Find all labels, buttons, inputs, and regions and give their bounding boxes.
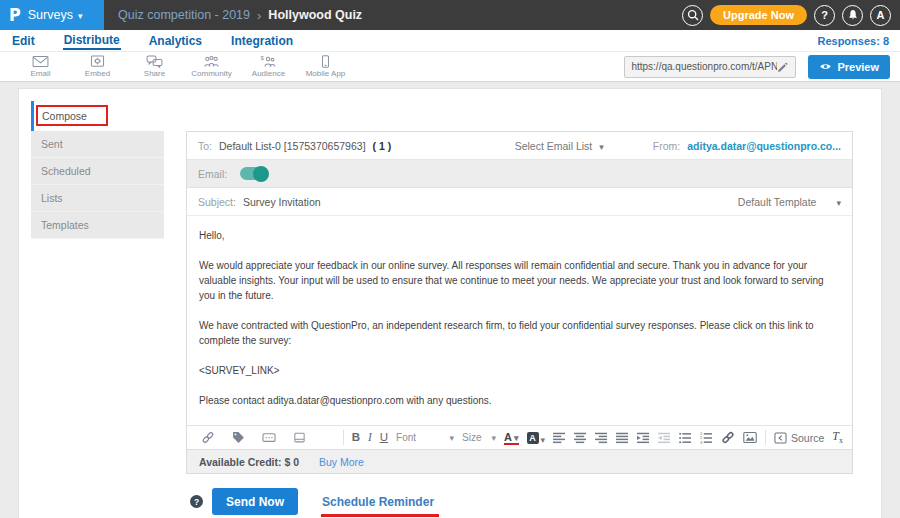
questionpro-logo-icon: P [9,5,21,25]
font-dropdown-label: Font [396,432,416,443]
remove-format-button[interactable]: Tx [832,429,843,445]
svg-text:$: $ [261,55,265,61]
remove-format-t: T [832,429,839,443]
chevron-down-icon [541,429,546,447]
subject-input[interactable]: Survey Invitation [243,196,321,208]
hyperlink-icon[interactable] [721,431,735,444]
sidebar-item-templates[interactable]: Templates [31,212,164,239]
align-justify-icon[interactable] [616,432,629,444]
template-dropdown[interactable]: Default Template [738,196,841,208]
insert-tools-group [196,431,335,444]
insert-image-icon[interactable] [743,431,757,444]
avatar[interactable]: A [870,5,891,26]
product-switcher[interactable]: Surveys [28,8,83,22]
tab-integration[interactable]: Integration [230,32,294,49]
tab-distribute[interactable]: Distribute [63,31,121,50]
notifications-button[interactable] [842,5,863,26]
from-field: From: aditya.datar@questionpro.co... [653,140,841,152]
sidebar-item-scheduled[interactable]: Scheduled [31,158,164,185]
tab-edit[interactable]: Edit [11,32,36,49]
toolbar-divider [765,430,766,445]
tab-analytics[interactable]: Analytics [148,32,203,49]
underline-button[interactable]: U [380,432,388,444]
body-paragraph: We would appreciate your feedback in our… [199,258,840,303]
breadcrumb-folder[interactable]: Quiz competition - 2019 [118,8,250,22]
sidebar-item-sent[interactable]: Sent [31,131,164,158]
align-right-icon[interactable] [595,432,608,444]
help-button[interactable]: ? [814,5,835,26]
avatar-initial: A [877,9,885,21]
channel-embed[interactable]: Embed [69,55,126,78]
schedule-reminder-link[interactable]: Schedule Reminder [322,495,434,509]
remove-format-x: x [839,437,843,446]
from-label: From: [653,140,680,152]
numbered-list-icon[interactable]: 123 [700,432,713,444]
send-help-icon[interactable]: ? [190,495,203,508]
insert-survey-link-icon[interactable] [201,431,215,444]
merge-tag-icon[interactable] [232,431,245,444]
outdent-icon[interactable] [658,432,671,444]
email-distribute-container: Compose Sent Scheduled Lists Templates T… [18,88,882,518]
align-left-icon[interactable] [553,432,566,444]
indent-icon[interactable] [637,432,650,444]
header-actions: Upgrade Now ? A [682,5,900,26]
sidebar-item-compose[interactable]: Compose [31,101,164,131]
send-now-button[interactable]: Send Now [212,488,298,515]
channel-email[interactable]: Email [12,55,69,78]
align-center-icon[interactable] [574,432,587,444]
email-body-editor[interactable]: Hello, We would appreciate your feedback… [187,216,852,426]
chevron-down-icon [514,431,519,443]
product-label: Surveys [28,8,73,22]
preview-label: Preview [837,61,879,73]
upgrade-now-button[interactable]: Upgrade Now [710,5,807,25]
sidebar-item-lists[interactable]: Lists [31,185,164,212]
survey-url-text: https://qa.questionpro.com/t/APNrFZf29 [631,61,777,72]
breadcrumb: Quiz competition - 2019 › Hollywood Quiz [118,8,362,23]
email-toggle-label: Email: [198,168,227,180]
channel-label: Share [144,69,165,78]
compose-sidebar: Compose Sent Scheduled Lists Templates [31,101,164,239]
insert-footer-box-icon[interactable] [293,431,306,444]
eye-icon [819,61,832,72]
chevron-down-icon [492,432,497,443]
source-button[interactable]: Source [774,432,824,444]
font-family-dropdown[interactable]: Font [396,432,454,443]
select-email-list-dropdown[interactable]: Select Email List [515,140,604,152]
responses-count[interactable]: Responses: 8 [817,35,889,47]
recipients-row: To: Default List-0 [1575370657963] ( 1 )… [187,132,852,160]
bg-color-button[interactable]: A [527,429,546,447]
question-mark-icon: ? [194,497,199,507]
sidebar-item-label: Compose [42,110,87,122]
brand-area[interactable]: P Surveys [0,0,104,30]
pencil-edit-icon[interactable] [777,61,789,73]
page-background: Compose Sent Scheduled Lists Templates T… [0,83,900,518]
channel-label: Email [30,69,50,78]
preview-button[interactable]: Preview [808,55,890,79]
insert-email-card-icon[interactable] [262,431,276,444]
search-button[interactable] [682,5,703,26]
body-paragraph: <SURVEY_LINK> [199,363,840,378]
channel-share[interactable]: Share [126,55,183,78]
schedule-reminder-label: Schedule Reminder [322,495,434,509]
send-actions-row: ? Send Now Schedule Reminder [190,488,434,515]
email-toggle-switch[interactable] [240,167,268,180]
channel-label: Community [191,69,231,78]
compose-panel: To: Default List-0 [1575370657963] ( 1 )… [186,131,853,474]
body-paragraph: Hello, [199,228,840,243]
to-list-value[interactable]: Default List-0 [1575370657963] [219,140,366,152]
italic-button[interactable]: I [368,432,372,444]
channel-audience[interactable]: $ Audience [240,55,297,78]
survey-url-field[interactable]: https://qa.questionpro.com/t/APNrFZf29 [624,56,796,78]
bullet-list-icon[interactable] [679,432,692,444]
channel-community[interactable]: Community [183,55,240,78]
to-recipient-count: ( 1 ) [373,140,392,152]
text-color-button[interactable]: A [504,431,518,445]
sidebar-item-label: Lists [41,192,63,204]
sidebar-item-label: Sent [41,138,63,150]
media-group [721,431,757,444]
channel-mobile-app[interactable]: Mobile App [297,55,354,78]
from-email-value[interactable]: aditya.datar@questionpro.co... [687,140,841,152]
bold-button[interactable]: B [352,432,360,444]
font-size-dropdown[interactable]: Size [462,432,496,443]
buy-more-link[interactable]: Buy More [319,456,364,468]
